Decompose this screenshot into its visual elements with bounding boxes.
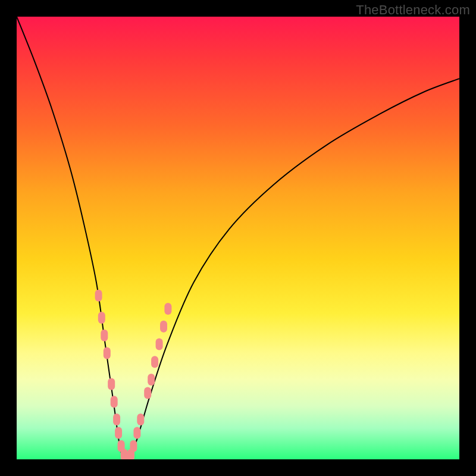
scatter-dot — [108, 378, 115, 390]
plot-area — [17, 17, 459, 459]
curve-svg — [17, 17, 459, 459]
scatter-dot — [115, 427, 122, 439]
scatter-dot — [144, 387, 151, 399]
scatter-dot — [160, 321, 167, 333]
scatter-group — [95, 290, 172, 459]
scatter-dot — [156, 339, 163, 350]
scatter-dot — [151, 356, 158, 368]
scatter-dot — [101, 330, 108, 342]
scatter-dot — [130, 440, 137, 452]
scatter-dot — [111, 396, 118, 408]
scatter-dot — [98, 312, 105, 324]
scatter-dot — [113, 414, 120, 425]
watermark-text: TheBottleneck.com — [356, 2, 470, 18]
scatter-dot — [164, 303, 171, 315]
scatter-dot — [137, 414, 144, 425]
scatter-dot — [148, 374, 155, 386]
scatter-dot — [104, 347, 111, 359]
scatter-dot — [95, 290, 102, 302]
bottleneck-curve — [17, 17, 459, 459]
outer-frame: TheBottleneck.com — [0, 0, 476, 476]
scatter-dot — [133, 427, 140, 439]
